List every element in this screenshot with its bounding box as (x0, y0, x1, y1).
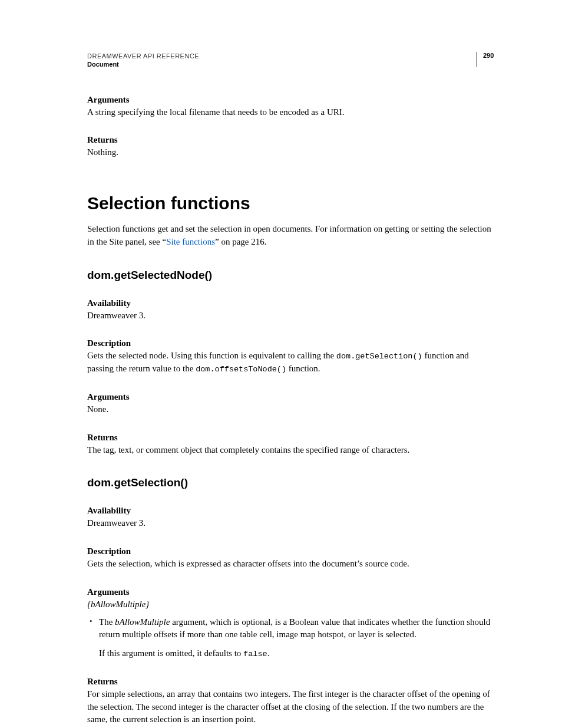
bullet-sub: If this argument is omitted, it defaults… (99, 647, 497, 660)
page-container: DREAMWEAVER API REFERENCE Document 290 A… (0, 0, 562, 728)
fn1-description-label: Description (87, 338, 497, 348)
fn1-arguments-text: None. (87, 403, 497, 416)
bullet-sub-code: false (243, 650, 267, 658)
fn1-description-text: Gets the selected node. Using this funct… (87, 350, 497, 375)
site-functions-link[interactable]: Site functions (166, 237, 215, 246)
page-header: DREAMWEAVER API REFERENCE Document 290 (87, 52, 497, 69)
fn1-arguments-label: Arguments (87, 392, 497, 402)
fn1-desc-pre: Gets the selected node. Using this funct… (87, 351, 336, 360)
list-item: The bAllowMultiple argument, which is op… (87, 616, 497, 660)
section-intro: Selection functions get and set the sele… (87, 223, 497, 249)
fn2-description-text: Gets the selection, which is expressed a… (87, 558, 497, 571)
fn1-heading: dom.getSelectedNode() (87, 269, 497, 282)
fn1-availability-label: Availability (87, 298, 497, 308)
returns-label: Returns (87, 135, 497, 145)
fn1-returns-label: Returns (87, 433, 497, 443)
bullet-pre: The (99, 617, 115, 627)
header-title: DREAMWEAVER API REFERENCE (87, 52, 477, 60)
fn1-returns-text: The tag, text, or comment object that co… (87, 444, 497, 457)
fn2-description-label: Description (87, 546, 497, 556)
fn2-heading: dom.getSelection() (87, 476, 497, 489)
fn2-availability-text: Dreamweaver 3. (87, 517, 497, 530)
arguments-label: Arguments (87, 95, 497, 105)
page-number: 290 (477, 52, 497, 67)
header-section: Document (87, 60, 477, 68)
bullet-sub-pre: If this argument is omitted, it defaults… (99, 648, 243, 658)
section-heading: Selection functions (87, 193, 497, 213)
fn2-availability-label: Availability (87, 506, 497, 516)
fn1-desc-code2: dom.offsetsToNode() (196, 365, 286, 374)
arguments-text: A string specifying the local filename t… (87, 106, 497, 119)
section-intro-post: ” on page 216. (215, 237, 266, 246)
fn2-arguments-label: Arguments (87, 587, 497, 597)
bullet-em: bAllowMultiple (115, 617, 170, 627)
fn2-returns-text: For simple selections, an array that con… (87, 688, 497, 726)
fn1-desc-code1: dom.getSelection() (336, 352, 422, 361)
fn2-returns-label: Returns (87, 677, 497, 687)
fn2-arguments-list: The bAllowMultiple argument, which is op… (87, 616, 497, 660)
returns-text: Nothing. (87, 146, 497, 159)
section-intro-pre: Selection functions get and set the sele… (87, 224, 491, 246)
fn1-desc-post: function. (286, 364, 320, 373)
fn1-availability-text: Dreamweaver 3. (87, 309, 497, 322)
fn2-arguments-sig: {bAllowMultiple} (87, 598, 497, 611)
header-left: DREAMWEAVER API REFERENCE Document (87, 52, 477, 69)
bullet-sub-post: . (267, 648, 270, 658)
